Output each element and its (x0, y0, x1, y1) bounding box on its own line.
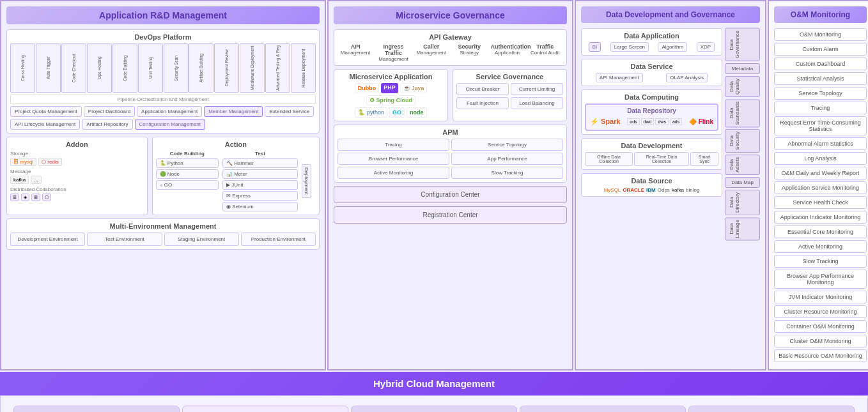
om-item-cluster-resource[interactable]: Cluster Resource Monitoring (774, 305, 867, 318)
ds-api-mgmt: API Management (596, 73, 643, 82)
hybrid-cloud-title: Hybrid Cloud Management (373, 378, 495, 389)
da-large-screen: Large Screen (610, 42, 649, 52)
microservice-app-title: Microservice Application (337, 73, 444, 80)
mysql-logo: MySQL (604, 187, 621, 193)
om-item-app-indicator[interactable]: Application Indicator Monitoring (774, 211, 867, 224)
apm-title: APM (337, 128, 563, 136)
om-item-abnormal-alarm[interactable]: Abnormal Alarm Statistics (774, 137, 867, 150)
dd-offline: Offline Data Collection (585, 152, 633, 166)
microservice-app-panel: Microservice Application Dubbo PHP ☕ Jav… (334, 69, 448, 121)
test-selenium: ◉ Selenium (222, 202, 298, 211)
mgmt-artifact[interactable]: Artifact Repository (82, 119, 132, 130)
config-center[interactable]: Configuration Center (334, 186, 567, 203)
om-item-daily-report[interactable]: O&M Daily and Weekly Report (774, 167, 867, 179)
om-item-slow-tracking[interactable]: Slow Tracking (774, 255, 867, 268)
om-item-request-error[interactable]: Request Error Time-Consuming Statistics (774, 116, 867, 135)
bottom-section: Container Service Multi-Cluster Manageme… (0, 395, 868, 412)
bottom-tabs-row: Container Service Multi-Cluster Manageme… (13, 406, 855, 412)
reg-center[interactable]: Registration Center (334, 206, 567, 224)
om-item-jvm[interactable]: JVM Indicator Monitoring (774, 291, 867, 303)
mgmt-links: Project Quota Management Project Dashboa… (10, 106, 316, 130)
test-hammer: 🔨 Hammer (222, 158, 298, 168)
data-main-layout: Data Application BI Large Screen Algorit… (581, 28, 760, 240)
cb-go: ⬦ GO (156, 180, 219, 190)
data-repo-title: Data Repository (589, 107, 715, 114)
sg-load-balancing: Load Balancing (511, 97, 563, 109)
deployment-label: Deployment (302, 164, 311, 198)
code-building-label: Code Building (156, 151, 219, 156)
tech-logos-row2: 🐍 python GO node (337, 107, 444, 118)
env-dev: Development Environment (10, 233, 85, 246)
om-item-health-check[interactable]: Service Health Check (774, 196, 867, 209)
service-gov-title: Service Governance (456, 73, 563, 80)
om-item-container-om[interactable]: Container O&M Monitoring (774, 320, 867, 333)
message-label: Message (10, 169, 144, 174)
om-title: O&M Monitoring (774, 6, 867, 23)
tab-operational[interactable]: Operational Analysis (520, 406, 686, 412)
mgmt-member[interactable]: Member Management (204, 106, 263, 117)
om-item-service-topology[interactable]: Service Topology (774, 87, 867, 100)
gw-security: SecurityStrategy (453, 43, 486, 62)
action-title: Action (156, 141, 316, 148)
tab-multi-cluster[interactable]: Multi-Cluster Management (182, 406, 348, 412)
pipeline-orchestration: Pipeline Orchestration and Management (10, 95, 316, 104)
apm-panel: APM Tracing Service Topology Browser Per… (334, 125, 567, 183)
redis-icon: ⬡ redis (38, 158, 62, 166)
om-item-tracing[interactable]: Tracing (774, 102, 867, 114)
gateway-items: APIManagement Ingress TrafficManagement … (337, 43, 563, 62)
top-sections-row: Application R&D Management DevOps Platfo… (0, 0, 868, 370)
om-section: O&M Monitoring O&M Monitoring Custom Ala… (768, 0, 868, 370)
addon-title: Addon (10, 141, 144, 148)
test-col: Test 🔨 Hammer 📊 Meter ▶ JUnit ✉ Express … (222, 151, 298, 211)
microservice-title: Microservice Governance (334, 6, 567, 24)
mgmt-app-mgmt[interactable]: Application Management (137, 106, 202, 117)
collab-icon-2: ◈ (21, 194, 29, 201)
data-source-logos: MySQL ORACLE IBM Odps kafka binlog (585, 187, 718, 193)
om-item-cluster-om[interactable]: Cluster O&M Monitoring (774, 335, 867, 347)
hybrid-cloud-banner: Hybrid Cloud Management (0, 372, 868, 395)
env-staging: Staging Environment (164, 233, 239, 246)
da-algorithm: Algorithm (658, 42, 687, 52)
data-service-items: API Management OLAP Analysis (585, 73, 718, 82)
tab-container-service[interactable]: Container Service (13, 406, 180, 412)
om-item-active-monitoring[interactable]: Active Monitoring (774, 240, 867, 253)
env-row: Development Environment Test Environment… (10, 233, 316, 246)
data-standards-label: Data Standards (725, 99, 760, 127)
app-rd-title: Application R&D Management (6, 6, 320, 24)
tab-cloud-service[interactable]: Cloud Service Management (351, 406, 517, 412)
tab-network[interactable]: Network and Security (688, 406, 855, 412)
apm-grid: Tracing Service Topology Browser Perform… (337, 139, 563, 179)
data-repo-box: Data Repository ⚡ Spark ods dwd dws ads … (585, 103, 718, 131)
om-item-app-svc-monitoring[interactable]: Application Service Monitoring (774, 181, 867, 194)
data-security-label: Data Security (725, 129, 760, 153)
ods-icon: ods (627, 118, 639, 125)
data-computing-panel: Data Computing Data Repository ⚡ Spark o… (581, 89, 722, 135)
mgmt-extended[interactable]: Extended Service (265, 106, 314, 117)
om-item-log[interactable]: Log Analysis (774, 152, 867, 165)
data-service-panel: Data Service API Management OLAP Analysi… (581, 59, 722, 86)
kafka-icon: kafka (10, 176, 29, 184)
mgmt-project-quota[interactable]: Project Quota Management (10, 106, 82, 117)
data-development-title: Data Development (585, 142, 718, 149)
sg-fault-injection: Fault Injection (456, 97, 509, 109)
dwd-icon: dwd (641, 118, 655, 125)
tech-python: 🐍 python (355, 107, 387, 118)
om-item-basic-resource[interactable]: Basic Resource O&M Monitoring (774, 349, 867, 362)
dd-smart-sync: Smart Sync (690, 152, 718, 166)
odps-logo: Odps (658, 187, 670, 193)
om-item-essential-core[interactable]: Essential Core Monitoring (774, 225, 867, 238)
om-item-browser-app-perf[interactable]: Browser App Performance Monitoring (774, 270, 867, 289)
code-building-col: Code Building 🐍 Python 🟢 Node ⬦ GO (156, 151, 219, 211)
om-item-custom-alarm[interactable]: Custom Alarm (774, 43, 867, 56)
om-item-statistical[interactable]: Statistical Analysis (774, 72, 867, 85)
om-item-main[interactable]: O&M Monitoring (774, 28, 867, 41)
cb-node: 🟢 Node (156, 169, 219, 179)
om-item-custom-dashboard[interactable]: Custom Dashboard (774, 57, 867, 70)
pipeline-step-10: Middleware Deployment (240, 43, 265, 93)
flink-logo: 🔶 Flink (689, 118, 713, 125)
mgmt-project-dashboard[interactable]: Project Dashboard (84, 106, 135, 117)
mgmt-config[interactable]: Configuration Management (135, 119, 206, 130)
mgmt-api-lifecycle[interactable]: API Lifecycle Management (10, 119, 80, 130)
collab-icon-3: ⊞ (31, 194, 40, 201)
main-container: Application R&D Management DevOps Platfo… (0, 0, 868, 412)
